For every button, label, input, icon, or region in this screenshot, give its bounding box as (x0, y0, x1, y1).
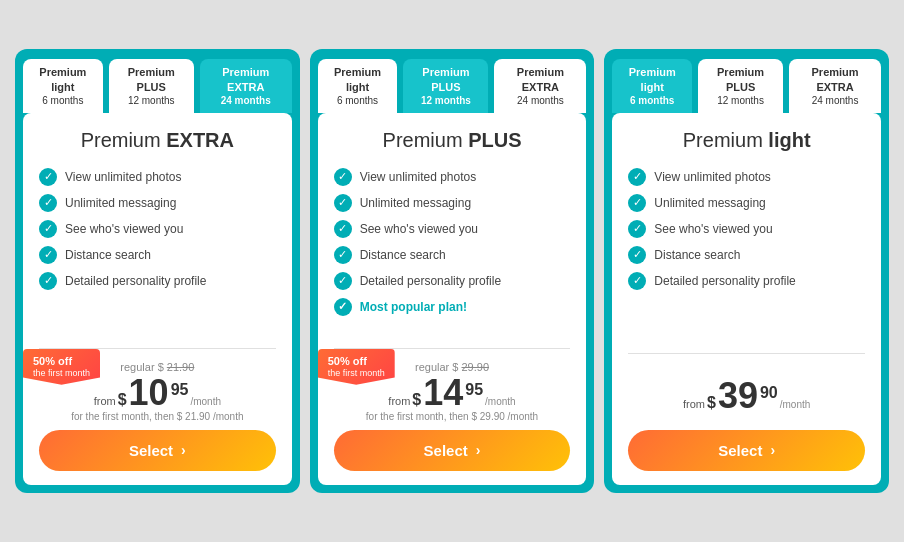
price-main: 39 (718, 378, 758, 414)
check-icon: ✓ (628, 194, 646, 212)
tab-duration: 24 months (208, 94, 284, 107)
feature-text: Detailed personality profile (360, 274, 501, 288)
tab-duration: 12 months (117, 94, 186, 107)
tab-name: Premium PLUS (117, 65, 186, 94)
plan-tab-0[interactable]: Premium light 6 months (318, 59, 398, 113)
check-icon: ✓ (334, 246, 352, 264)
check-icon: ✓ (334, 220, 352, 238)
tab-name: Premium light (620, 65, 684, 94)
select-label: Select (718, 442, 762, 459)
feature-text: Most popular plan! (360, 300, 467, 314)
check-icon: ✓ (334, 298, 352, 316)
pricing-page: Premium light 6 months Premium PLUS 12 m… (0, 34, 904, 508)
select-button[interactable]: Select› (334, 430, 571, 471)
feature-text: View unlimited photos (654, 170, 771, 184)
price-decimal: 95 (465, 381, 483, 399)
feature-text: Distance search (654, 248, 740, 262)
from-text: from (94, 395, 116, 407)
plan-card-plus: Premium light 6 months Premium PLUS 12 m… (310, 49, 595, 493)
select-button[interactable]: Select› (39, 430, 276, 471)
plan-tab-1[interactable]: Premium PLUS 12 months (403, 59, 488, 113)
plan-body: Premium PLUS ✓ View unlimited photos ✓ U… (318, 113, 587, 485)
price-main: 14 (423, 375, 463, 411)
feature-text: Distance search (65, 248, 151, 262)
plan-title: Premium PLUS (334, 129, 571, 152)
plan-body: Premium EXTRA ✓ View unlimited photos ✓ … (23, 113, 292, 485)
main-price: from $ 39 90 /month (628, 378, 865, 414)
arrow-icon: › (476, 442, 481, 458)
plan-tab-0[interactable]: Premium light 6 months (23, 59, 103, 113)
pricing-section: 50% offthe first monthregular $ 29.90 fr… (334, 357, 571, 430)
plan-tab-2[interactable]: Premium EXTRA 24 months (494, 59, 586, 113)
dollar-sign: $ (707, 394, 716, 412)
feature-item: ✓ Unlimited messaging (39, 194, 276, 212)
dollar-sign: $ (118, 391, 127, 409)
feature-item: ✓ Unlimited messaging (628, 194, 865, 212)
price-decimal: 95 (171, 381, 189, 399)
per-month: /month (780, 399, 811, 410)
feature-text: View unlimited photos (65, 170, 182, 184)
pricing-section: 50% offthe first monthregular $ 21.90 fr… (39, 357, 276, 430)
tab-duration: 24 months (502, 94, 578, 107)
features-list: ✓ View unlimited photos ✓ Unlimited mess… (39, 168, 276, 324)
plan-card-extra: Premium light 6 months Premium PLUS 12 m… (15, 49, 300, 493)
plan-tab-2[interactable]: Premium EXTRA 24 months (789, 59, 881, 113)
feature-item: ✓ See who's viewed you (628, 220, 865, 238)
arrow-icon: › (770, 442, 775, 458)
dollar-sign: $ (412, 391, 421, 409)
check-icon: ✓ (39, 194, 57, 212)
tab-name: Premium PLUS (706, 65, 775, 94)
tab-duration: 6 months (620, 94, 684, 107)
check-icon: ✓ (39, 246, 57, 264)
select-button[interactable]: Select› (628, 430, 865, 471)
plan-tab-0[interactable]: Premium light 6 months (612, 59, 692, 113)
tab-name: Premium light (326, 65, 390, 94)
check-icon: ✓ (628, 272, 646, 290)
tab-name: Premium EXTRA (208, 65, 284, 94)
per-month: /month (190, 396, 221, 407)
select-label: Select (129, 442, 173, 459)
feature-text: See who's viewed you (65, 222, 183, 236)
feature-text: Distance search (360, 248, 446, 262)
regular-price-value: 21.90 (167, 361, 195, 373)
regular-price-value: 29.90 (461, 361, 489, 373)
tab-name: Premium PLUS (411, 65, 480, 94)
feature-item: ✓ Detailed personality profile (334, 272, 571, 290)
plan-tabs: Premium light 6 months Premium PLUS 12 m… (310, 49, 595, 113)
plan-tabs: Premium light 6 months Premium PLUS 12 m… (604, 49, 889, 113)
divider (628, 353, 865, 354)
feature-item: ✓ Detailed personality profile (39, 272, 276, 290)
feature-text: See who's viewed you (654, 222, 772, 236)
tab-duration: 12 months (706, 94, 775, 107)
feature-item: ✓ View unlimited photos (334, 168, 571, 186)
tab-name: Premium EXTRA (502, 65, 578, 94)
from-text: from (683, 398, 705, 410)
discount-badge: 50% offthe first month (23, 349, 100, 385)
plan-tab-2[interactable]: Premium EXTRA 24 months (200, 59, 292, 113)
from-text: from (388, 395, 410, 407)
plan-card-light: Premium light 6 months Premium PLUS 12 m… (604, 49, 889, 493)
tab-duration: 6 months (326, 94, 390, 107)
feature-item: ✓ See who's viewed you (334, 220, 571, 238)
discount-badge: 50% offthe first month (318, 349, 395, 385)
price-decimal: 90 (760, 384, 778, 402)
pricing-section: from $ 39 90 /month (628, 362, 865, 430)
plan-title: Premium EXTRA (39, 129, 276, 152)
feature-item: ✓ See who's viewed you (39, 220, 276, 238)
check-icon: ✓ (39, 272, 57, 290)
feature-item: ✓ View unlimited photos (39, 168, 276, 186)
divider (334, 348, 571, 349)
feature-text: Detailed personality profile (65, 274, 206, 288)
feature-item: ✓ Distance search (39, 246, 276, 264)
price-main: 10 (129, 375, 169, 411)
plan-tab-1[interactable]: Premium PLUS 12 months (698, 59, 783, 113)
features-list: ✓ View unlimited photos ✓ Unlimited mess… (334, 168, 571, 324)
first-month-note: for the first month, then $ 21.90 /month (39, 411, 276, 422)
feature-text: Unlimited messaging (360, 196, 471, 210)
check-icon: ✓ (628, 168, 646, 186)
feature-text: View unlimited photos (360, 170, 477, 184)
arrow-icon: › (181, 442, 186, 458)
check-icon: ✓ (39, 168, 57, 186)
tab-name: Premium light (31, 65, 95, 94)
plan-tab-1[interactable]: Premium PLUS 12 months (109, 59, 194, 113)
